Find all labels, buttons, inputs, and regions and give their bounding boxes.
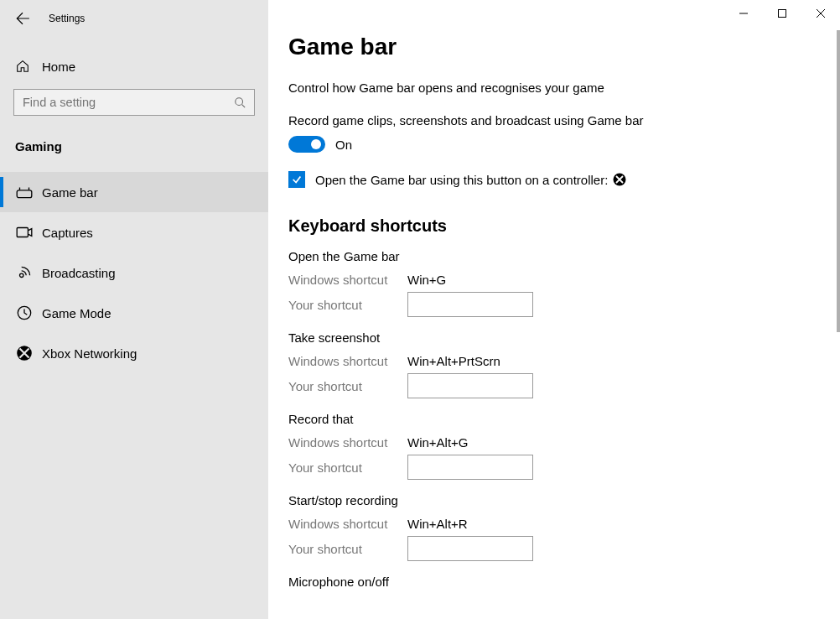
shortcuts-title: Keyboard shortcuts <box>288 216 840 236</box>
search-box[interactable] <box>13 89 255 116</box>
row-label: Your shortcut <box>288 298 407 312</box>
record-toggle[interactable] <box>288 136 325 153</box>
search-icon <box>234 96 246 108</box>
nav-label: Game Mode <box>42 306 111 320</box>
svg-point-3 <box>20 273 23 277</box>
nav-label: Captures <box>42 226 93 240</box>
windows-shortcut-row: Windows shortcut Win+Alt+G <box>288 429 840 455</box>
windows-shortcut-value: Win+Alt+R <box>407 517 468 531</box>
sidebar: Settings Home Gaming Game bar Captures <box>0 0 268 619</box>
svg-rect-2 <box>17 228 28 237</box>
search-input[interactable] <box>23 96 234 109</box>
your-shortcut-row: Your shortcut <box>288 536 840 561</box>
sidebar-header: Settings <box>0 0 268 37</box>
windows-shortcut-value: Win+Alt+PrtScrn <box>407 354 500 368</box>
shortcut-group: Open the Game bar Windows shortcut Win+G… <box>288 249 840 317</box>
window-controls <box>724 0 840 27</box>
your-shortcut-row: Your shortcut <box>288 292 840 317</box>
shortcut-name: Start/stop recording <box>288 493 840 507</box>
windows-shortcut-value: Win+Alt+G <box>407 435 469 450</box>
toggle-row: On <box>288 136 840 153</box>
game-bar-icon <box>15 183 34 201</box>
row-label: Your shortcut <box>288 542 407 556</box>
your-shortcut-input[interactable] <box>407 373 533 398</box>
home-icon <box>15 59 30 74</box>
windows-shortcut-row: Windows shortcut Win+G <box>288 267 840 292</box>
nav-list: Game bar Captures Broadcasting Game Mode… <box>0 172 268 373</box>
row-label: Your shortcut <box>288 379 407 393</box>
your-shortcut-row: Your shortcut <box>288 373 840 398</box>
sidebar-item-xbox-networking[interactable]: Xbox Networking <box>0 333 268 373</box>
game-mode-icon <box>15 304 34 322</box>
controller-checkbox[interactable] <box>288 171 305 188</box>
shortcut-group: Record that Windows shortcut Win+Alt+G Y… <box>288 412 840 480</box>
sidebar-home[interactable]: Home <box>0 49 268 84</box>
close-button[interactable] <box>801 0 840 27</box>
row-label: Windows shortcut <box>288 517 407 531</box>
shortcut-group: Start/stop recording Windows shortcut Wi… <box>288 493 840 561</box>
sidebar-item-captures[interactable]: Captures <box>0 212 268 252</box>
checkbox-text: Open the Game bar using this button on a… <box>315 173 608 187</box>
controller-checkbox-label: Open the Game bar using this button on a… <box>315 173 626 187</box>
broadcasting-icon <box>15 263 34 282</box>
toggle-label: Record game clips, screenshots and broad… <box>288 113 840 127</box>
svg-point-0 <box>236 98 243 106</box>
main-content: Game bar Control how Game bar opens and … <box>268 0 840 619</box>
controller-checkbox-row: Open the Game bar using this button on a… <box>288 171 840 188</box>
scrollbar[interactable] <box>837 30 840 619</box>
windows-shortcut-value: Win+G <box>407 273 446 287</box>
sidebar-item-game-mode[interactable]: Game Mode <box>0 293 268 333</box>
toggle-knob <box>311 139 321 149</box>
your-shortcut-input[interactable] <box>407 536 533 561</box>
page-description: Control how Game bar opens and recognise… <box>288 81 840 95</box>
svg-rect-7 <box>779 10 786 18</box>
your-shortcut-input[interactable] <box>407 455 533 480</box>
sidebar-item-game-bar[interactable]: Game bar <box>0 172 268 212</box>
app-title: Settings <box>49 13 85 24</box>
shortcut-group: Take screenshot Windows shortcut Win+Alt… <box>288 330 840 398</box>
row-label: Your shortcut <box>288 460 407 475</box>
shortcut-name: Microphone on/off <box>288 575 840 589</box>
row-label: Windows shortcut <box>288 354 407 368</box>
nav-label: Broadcasting <box>42 266 116 280</box>
home-label: Home <box>42 60 75 74</box>
category-label: Gaming <box>0 116 268 160</box>
minimize-button[interactable] <box>724 0 763 27</box>
windows-shortcut-row: Windows shortcut Win+Alt+R <box>288 511 840 536</box>
toggle-state: On <box>335 138 352 152</box>
shortcut-name: Take screenshot <box>288 330 840 345</box>
xbox-icon <box>15 344 34 362</box>
row-label: Windows shortcut <box>288 435 407 450</box>
your-shortcut-input[interactable] <box>407 292 533 317</box>
shortcut-group: Microphone on/off <box>288 575 840 589</box>
row-label: Windows shortcut <box>288 273 407 287</box>
svg-rect-1 <box>17 190 32 198</box>
shortcut-name: Record that <box>288 412 840 426</box>
windows-shortcut-row: Windows shortcut Win+Alt+PrtScrn <box>288 348 840 373</box>
scrollbar-thumb[interactable] <box>837 30 840 332</box>
xbox-button-icon <box>613 173 626 186</box>
shortcuts-list: Open the Game bar Windows shortcut Win+G… <box>288 249 840 589</box>
captures-icon <box>15 223 34 242</box>
sidebar-item-broadcasting[interactable]: Broadcasting <box>0 252 268 293</box>
your-shortcut-row: Your shortcut <box>288 455 840 480</box>
page-title: Game bar <box>288 34 840 60</box>
nav-label: Game bar <box>42 185 98 200</box>
nav-label: Xbox Networking <box>42 346 137 361</box>
back-button[interactable] <box>15 11 30 26</box>
shortcut-name: Open the Game bar <box>288 249 840 263</box>
maximize-button[interactable] <box>763 0 801 27</box>
